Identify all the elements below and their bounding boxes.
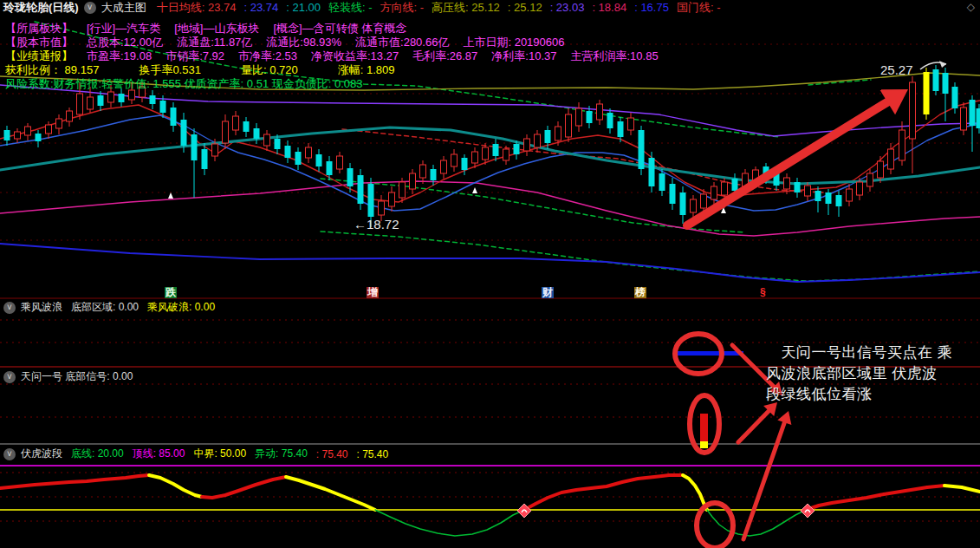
- candle-up: [711, 186, 717, 199]
- panel-collapse-icon[interactable]: ˅: [3, 302, 16, 314]
- panel-collapse-icon[interactable]: ˅: [3, 371, 16, 383]
- candle-down: [295, 152, 302, 165]
- candle-down: [254, 128, 260, 139]
- panel-header-value: 乘风波浪: [21, 300, 62, 315]
- candle-up: [451, 154, 458, 166]
- candle-down: [431, 169, 437, 180]
- info-field: 获利比例： 89.157: [5, 63, 99, 76]
- candle-down: [150, 95, 156, 104]
- candle-down: [977, 108, 980, 128]
- candle-down: [119, 94, 125, 102]
- candle-up: [223, 121, 229, 143]
- candle-down: [243, 121, 250, 132]
- info-field: 流通比:98.93%: [266, 36, 341, 49]
- chart-tag-§[interactable]: §: [759, 287, 767, 298]
- candle-up: [888, 149, 894, 169]
- info-field: 净利率:10.37: [491, 49, 556, 62]
- candle-down: [943, 73, 949, 94]
- candle-down: [202, 149, 208, 169]
- candle-up: [264, 134, 270, 146]
- annotation-note: 天问一号出信号买点在 乘 风波浪底部区域里 伏虎波 段绿线低位看涨: [766, 342, 979, 405]
- panel-header-value: : 75.40: [357, 448, 389, 460]
- chart-tag-增[interactable]: 增: [367, 287, 379, 298]
- candle-up: [420, 165, 426, 178]
- fuhu-wave-line: [707, 510, 806, 536]
- candle-up: [899, 130, 905, 160]
- price-annotation-arrow-head: [939, 61, 946, 68]
- panel-header-value: 天问一号 底部信号: 0.00: [21, 369, 133, 384]
- candle-up: [25, 127, 31, 135]
- candle-down: [275, 139, 281, 149]
- candle-down: [160, 101, 166, 113]
- candle-up: [597, 104, 603, 120]
- candle-down: [285, 146, 291, 158]
- fuhu-wave-line: [375, 510, 524, 536]
- chart-tag-跌[interactable]: 跌: [165, 287, 177, 298]
- trading-app-window: { "app": { "stock_title": "玲珑轮胎(日线)", "l…: [0, 0, 980, 548]
- fuhu-wave-line: [149, 475, 202, 497]
- info-field: 净资收益率:13.27: [311, 49, 399, 62]
- candle-down: [952, 87, 958, 108]
- panel-header: ˅伏虎波段底线: 20.00顶线: 85.00中界: 50.00异动: 75.4…: [3, 447, 397, 461]
- info-field: 市销率:7.92: [165, 49, 224, 62]
- candle-down: [587, 111, 593, 123]
- candle-down: [36, 134, 42, 141]
- candle-up: [472, 152, 478, 163]
- candle-up: [77, 94, 83, 114]
- ma-blue: [0, 115, 980, 211]
- info-field: 量比: 0.720: [241, 63, 298, 76]
- candle-down: [98, 95, 104, 106]
- info-field: 换手率0.531: [139, 63, 201, 76]
- candle-down: [618, 121, 624, 137]
- info-field: 涨幅: 1.809: [338, 63, 395, 76]
- candle-down: [171, 108, 177, 126]
- chart-tag-榜[interactable]: 榜: [634, 287, 646, 298]
- candle-down: [670, 184, 676, 204]
- candle-down: [462, 158, 468, 170]
- candle-up: [691, 199, 697, 212]
- magenta-line: [0, 181, 980, 236]
- info-field: [地域]—山东板块: [174, 22, 259, 35]
- candle-down: [680, 192, 686, 215]
- candle-up: [56, 119, 62, 128]
- corner-diamond-icon[interactable]: ◇: [967, 1, 975, 13]
- chart-tag-财[interactable]: 财: [542, 287, 554, 298]
- fuhu-wave-line: [944, 486, 980, 492]
- fuhu-wave-line: [524, 475, 683, 510]
- panel-header: ˅天问一号 底部信号: 0.00: [3, 369, 141, 384]
- info-field: 【业绩通报】: [5, 49, 73, 62]
- chengfeng-blue-signal-bar: [676, 351, 743, 356]
- candle-down: [639, 130, 645, 169]
- candle-up: [441, 160, 447, 173]
- candle-up: [910, 82, 916, 139]
- candle-up: [108, 92, 114, 102]
- panel-header-value: 异动: 75.40: [255, 447, 308, 461]
- candle-down: [649, 158, 655, 186]
- candle-down: [826, 192, 832, 204]
- tianwen-yellow-signal-tick: [700, 441, 708, 448]
- candle-down: [514, 144, 520, 154]
- panel-header-value: 伏虎波段: [21, 447, 62, 461]
- buy-signal-arrow: [168, 192, 173, 199]
- candle-down: [493, 144, 499, 156]
- candle-up: [15, 132, 21, 139]
- candle-up: [337, 156, 343, 169]
- candle-up: [524, 139, 530, 151]
- panel-collapse-icon[interactable]: ˅: [3, 448, 16, 460]
- candle-down: [970, 100, 976, 126]
- info-field: 流通市值:280.66亿: [355, 36, 449, 49]
- panel-header-value: 底线: 20.00: [71, 447, 124, 461]
- candle-up: [784, 178, 790, 189]
- fuhu-wave-line: [0, 475, 149, 488]
- candle-up: [503, 149, 509, 160]
- candle-down: [181, 120, 187, 146]
- candle-down: [191, 134, 198, 160]
- candle-down: [795, 182, 801, 192]
- candle-up: [306, 147, 312, 158]
- price-annotation: 25.27: [880, 62, 913, 77]
- info-field: 流通盘:11.87亿: [177, 36, 252, 49]
- blue-line: [0, 244, 980, 282]
- info-field: [行业]—汽车类: [87, 22, 160, 35]
- candle-down: [368, 184, 374, 217]
- fuhu-wave-line: [286, 477, 375, 510]
